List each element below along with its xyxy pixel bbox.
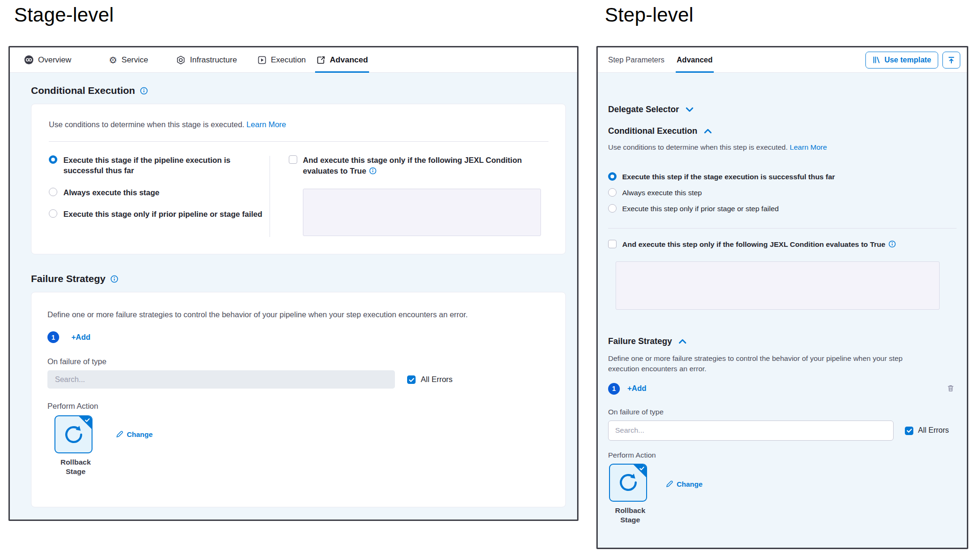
- radio-label: Execute this stage only if prior pipelin…: [63, 209, 262, 219]
- change-action-link[interactable]: Change: [116, 430, 153, 438]
- all-errors-label: All Errors: [918, 426, 949, 435]
- radio-label: Execute this step if the stage execution…: [622, 172, 835, 182]
- failure-type-search-input[interactable]: [47, 370, 395, 389]
- step-tabbar: Step Parameters Advanced Use template: [598, 47, 967, 73]
- radio-option-successful[interactable]: Execute this stage if the pipeline execu…: [49, 155, 270, 176]
- upload-icon: [947, 56, 956, 64]
- radio-selected[interactable]: [49, 155, 57, 164]
- infrastructure-hexagon-icon: [176, 55, 185, 65]
- add-strategy-button[interactable]: +Add: [71, 333, 90, 342]
- selected-check-icon: [639, 466, 645, 471]
- radio-option-always[interactable]: Always execute this step: [608, 188, 957, 198]
- library-icon: [872, 56, 880, 64]
- tab-execution[interactable]: Execution: [257, 47, 306, 72]
- stage-panel: Overview ⚙ Service Infrastructure Execut…: [8, 46, 579, 521]
- tab-overview[interactable]: Overview: [24, 47, 71, 72]
- tab-service[interactable]: ⚙ Service: [109, 47, 148, 72]
- jexl-condition-input[interactable]: [303, 189, 541, 236]
- delegate-selector-header[interactable]: Delegate Selector: [608, 105, 957, 115]
- rollback-stage-tile[interactable]: [609, 464, 647, 502]
- trash-icon: [947, 384, 955, 392]
- perform-action-label: Perform Action: [608, 451, 957, 459]
- all-errors-checkbox-row[interactable]: All Errors: [905, 426, 949, 435]
- heading-text: Conditional Execution: [31, 85, 135, 96]
- info-icon[interactable]: [140, 87, 148, 95]
- tab-infrastructure[interactable]: Infrastructure: [176, 47, 237, 72]
- failure-strategy-card: Define one or more failure strategies to…: [31, 292, 566, 507]
- divider: [49, 141, 548, 142]
- learn-more-link[interactable]: Learn More: [247, 120, 286, 129]
- radio-unselected[interactable]: [608, 204, 617, 213]
- radio-unselected[interactable]: [49, 209, 57, 218]
- on-failure-of-type-label: On failure of type: [608, 408, 957, 416]
- tab-label: Infrastructure: [190, 55, 237, 65]
- advanced-export-icon: [316, 55, 325, 65]
- failure-type-search-input[interactable]: [608, 420, 894, 441]
- radio-unselected[interactable]: [608, 188, 617, 197]
- jexl-condition-input[interactable]: [616, 261, 940, 310]
- all-errors-label: All Errors: [421, 375, 453, 384]
- info-icon[interactable]: [369, 167, 377, 175]
- tab-label: Advanced: [677, 56, 712, 64]
- jexl-checkbox-label: And execute this step only if the follow…: [622, 239, 896, 250]
- radio-selected[interactable]: [608, 172, 617, 181]
- all-errors-checkbox[interactable]: [407, 375, 416, 384]
- selected-action-name: Rollback Stage: [54, 458, 97, 476]
- tab-label: Service: [122, 55, 148, 65]
- selected-check-icon: [85, 417, 90, 423]
- gear-icon: ⚙: [109, 55, 117, 65]
- radio-label: Always execute this stage: [63, 187, 160, 198]
- tab-step-parameters[interactable]: Step Parameters: [608, 47, 664, 72]
- strategy-number-badge[interactable]: 1: [608, 383, 620, 395]
- stage-advanced-content: Conditional Execution Use conditions to …: [10, 73, 577, 520]
- jexl-checkbox-label: And execute this stage only if the follo…: [303, 155, 524, 176]
- conditional-execution-header[interactable]: Conditional Execution: [608, 126, 957, 136]
- apply-template-button[interactable]: [942, 52, 960, 69]
- jexl-checkbox[interactable]: [608, 240, 617, 248]
- add-strategy-button[interactable]: +Add: [627, 384, 646, 393]
- execution-play-icon: [257, 55, 267, 65]
- learn-more-link[interactable]: Learn More: [790, 143, 827, 151]
- info-icon[interactable]: [110, 275, 118, 283]
- selected-action-name: Rollback Stage: [609, 506, 651, 525]
- change-label: Change: [677, 480, 702, 488]
- pencil-icon: [665, 480, 673, 488]
- radio-label: Always execute this step: [622, 188, 702, 198]
- tab-advanced[interactable]: Advanced: [677, 47, 712, 72]
- on-failure-of-type-label: On failure of type: [47, 357, 548, 366]
- tab-advanced[interactable]: Advanced: [316, 47, 368, 72]
- failure-strategy-description: Define one or more failure strategies to…: [47, 310, 548, 319]
- conditional-execution-heading: Conditional Execution: [31, 85, 565, 96]
- chevron-up-icon: [704, 129, 712, 134]
- tab-label: Execution: [271, 55, 306, 65]
- stage-level-title: Stage-level: [14, 4, 114, 26]
- conditional-execution-card: Use conditions to determine when this st…: [31, 104, 566, 254]
- info-icon[interactable]: [888, 240, 896, 248]
- strategy-number-badge[interactable]: 1: [47, 331, 59, 343]
- chevron-down-icon: [686, 107, 694, 112]
- heading-text: Conditional Execution: [608, 126, 697, 136]
- change-action-link[interactable]: Change: [665, 480, 702, 488]
- radio-option-successful[interactable]: Execute this step if the stage execution…: [608, 172, 957, 182]
- conditional-execution-description: Use conditions to determine when this st…: [49, 120, 244, 129]
- all-errors-checkbox-row[interactable]: All Errors: [407, 375, 453, 384]
- radio-unselected[interactable]: [49, 188, 57, 196]
- overview-link-icon: [24, 55, 34, 65]
- use-template-button[interactable]: Use template: [865, 52, 938, 69]
- tab-label: Overview: [38, 55, 71, 65]
- all-errors-checkbox[interactable]: [905, 427, 913, 435]
- delete-strategy-button[interactable]: [947, 384, 955, 392]
- heading-text: Delegate Selector: [608, 105, 679, 115]
- rollback-stage-tile[interactable]: [54, 415, 93, 453]
- radio-option-prior-failed[interactable]: Execute this stage only if prior pipelin…: [49, 209, 270, 219]
- jexl-condition-checkbox-row[interactable]: And execute this step only if the follow…: [608, 239, 957, 250]
- step-panel: Step Parameters Advanced Use template De…: [596, 46, 968, 549]
- radio-label: Execute this step only if prior stage or…: [622, 204, 779, 214]
- radio-option-prior-failed[interactable]: Execute this step only if prior stage or…: [608, 204, 957, 214]
- jexl-checkbox[interactable]: [289, 155, 297, 164]
- failure-strategy-description: Define one or more failure strategies to…: [608, 353, 923, 375]
- jexl-condition-checkbox-row[interactable]: And execute this stage only if the follo…: [289, 155, 541, 176]
- radio-option-always[interactable]: Always execute this stage: [49, 187, 270, 198]
- failure-strategy-header[interactable]: Failure Strategy: [608, 336, 957, 346]
- conditional-execution-description: Use conditions to determine when this st…: [608, 142, 957, 153]
